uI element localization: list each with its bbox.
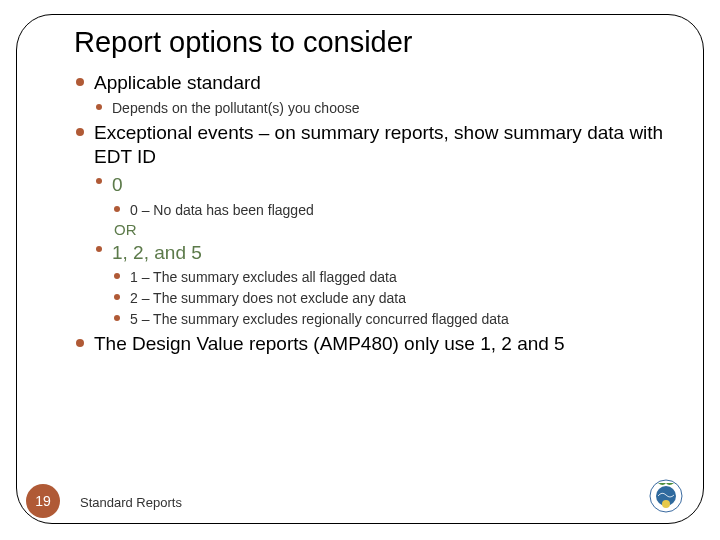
page-number: 19 <box>35 493 51 509</box>
sub-bullet-text: 1 – The summary excludes all flagged dat… <box>130 269 397 285</box>
svg-point-2 <box>662 500 670 508</box>
bullet-exceptional-events: Exceptional events – on summary reports,… <box>74 121 680 329</box>
bullet-design-value: The Design Value reports (AMP480) only u… <box>74 332 680 357</box>
page-number-badge: 19 <box>26 484 60 518</box>
sub-bullet: 5 – The summary excludes regionally conc… <box>112 310 680 328</box>
sub-bullet-text: Depends on the pollutant(s) you choose <box>112 100 360 116</box>
option-zero: 0 0 – No data has been flagged <box>94 173 680 219</box>
sub-bullet: 2 – The summary does not exclude any dat… <box>112 289 680 307</box>
footer-label: Standard Reports <box>80 495 182 510</box>
bullet-applicable-standard: Applicable standard Depends on the pollu… <box>74 71 680 117</box>
option-label: 0 <box>112 174 123 195</box>
epa-logo-icon <box>648 478 684 518</box>
bullet-label: Applicable standard <box>94 72 261 93</box>
slide-title: Report options to consider <box>74 26 680 59</box>
sub-bullet: 0 – No data has been flagged <box>112 201 680 219</box>
sub-bullet-text: 0 – No data has been flagged <box>130 202 314 218</box>
sub-bullet-text: 2 – The summary does not exclude any dat… <box>130 290 406 306</box>
option-label: 1, 2, and 5 <box>112 242 202 263</box>
option-125: 1, 2, and 5 1 – The summary excludes all… <box>94 241 680 329</box>
or-separator: OR <box>94 221 680 238</box>
sub-bullet: Depends on the pollutant(s) you choose <box>94 99 680 117</box>
sub-bullet-text: 5 – The summary excludes regionally conc… <box>130 311 509 327</box>
bullet-label: The Design Value reports (AMP480) only u… <box>94 333 565 354</box>
bullet-label: Exceptional events – on summary reports,… <box>94 122 663 168</box>
sub-bullet: 1 – The summary excludes all flagged dat… <box>112 268 680 286</box>
